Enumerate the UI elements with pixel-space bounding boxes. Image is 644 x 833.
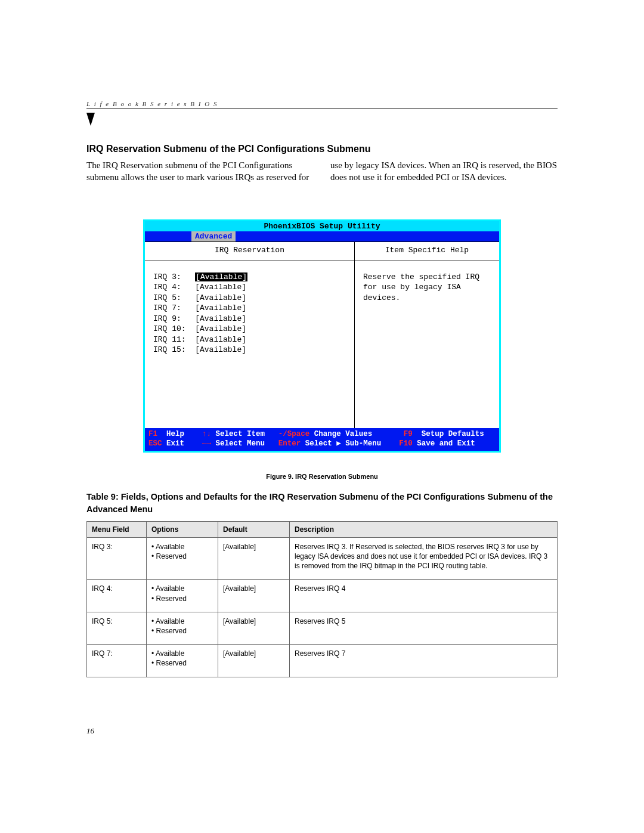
- table-header: Options: [147, 521, 218, 537]
- intro-paragraph: The IRQ Reservation submenu of the PCI C…: [86, 159, 558, 184]
- page-number: 16: [86, 726, 94, 736]
- section-title: IRQ Reservation Submenu of the PCI Confi…: [86, 144, 558, 154]
- irq-row[interactable]: IRQ 3: [Available]: [153, 272, 348, 283]
- table-row: IRQ 7:AvailableReserved[Available]Reserv…: [87, 645, 558, 677]
- page-header: L i f e B o o k B S e r i e s B I O S: [86, 100, 558, 109]
- bios-footer: F1 Help ↑↓ Select Item -/Space Change Va…: [145, 428, 499, 451]
- irq-list: IRQ 3: [Available]IRQ 4: [Available]IRQ …: [145, 261, 354, 428]
- table-row: IRQ 3:AvailableReserved[Available]Reserv…: [87, 537, 558, 580]
- table-header: Default: [218, 521, 290, 537]
- table-header: Menu Field: [87, 521, 147, 537]
- help-text: Reserve the specified IRQ for use by leg…: [355, 261, 499, 428]
- irq-row[interactable]: IRQ 7: [Available]: [153, 303, 348, 314]
- irq-row[interactable]: IRQ 4: [Available]: [153, 282, 348, 293]
- header-wedge-icon: [86, 113, 95, 126]
- fields-table: Menu FieldOptionsDefaultDescription IRQ …: [86, 521, 558, 677]
- bios-title: PhoenixBIOS Setup Utility: [145, 221, 499, 231]
- bios-tab-bar: Advanced: [145, 231, 499, 241]
- figure-caption: Figure 9. IRQ Reservation Submenu: [86, 473, 558, 480]
- right-panel-header: Item Specific Help: [355, 242, 499, 261]
- irq-row[interactable]: IRQ 15: [Available]: [153, 345, 348, 355]
- irq-row[interactable]: IRQ 5: [Available]: [153, 293, 348, 304]
- left-panel-header: IRQ Reservation: [145, 242, 354, 261]
- irq-row[interactable]: IRQ 11: [Available]: [153, 335, 348, 345]
- tab-advanced[interactable]: Advanced: [191, 231, 236, 241]
- table-header: Description: [290, 521, 558, 537]
- bios-screenshot: PhoenixBIOS Setup Utility Advanced IRQ R…: [143, 219, 501, 453]
- table-row: IRQ 5:AvailableReserved[Available]Reserv…: [87, 612, 558, 644]
- irq-row[interactable]: IRQ 10: [Available]: [153, 324, 348, 335]
- table-row: IRQ 4:AvailableReserved[Available]Reserv…: [87, 580, 558, 612]
- table-title: Table 9: Fields, Options and Defaults fo…: [86, 491, 558, 515]
- irq-row[interactable]: IRQ 9: [Available]: [153, 314, 348, 324]
